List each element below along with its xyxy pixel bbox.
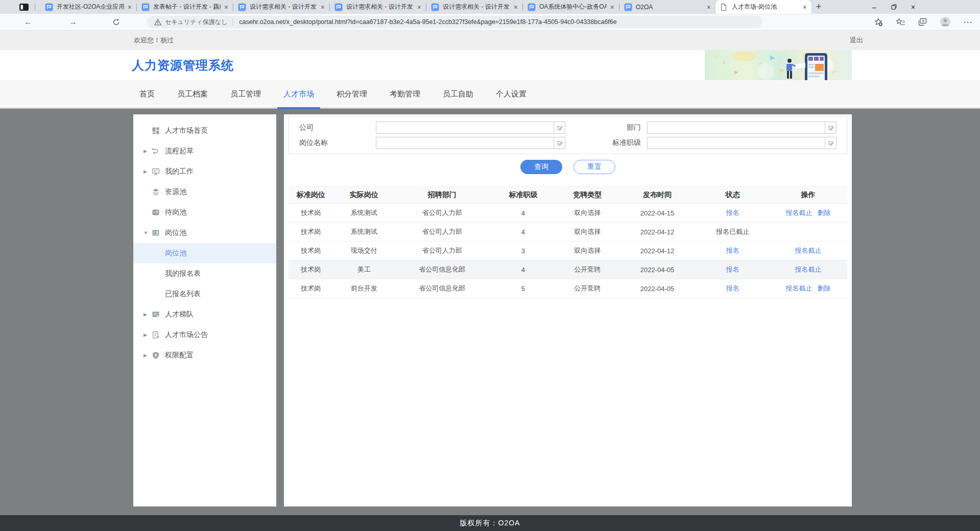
logout-link[interactable]: 退出 (850, 36, 863, 45)
nav-tab-考勤管理[interactable]: 考勤管理 (384, 80, 426, 108)
signup-link[interactable]: 报名 (726, 209, 739, 216)
collections-icon[interactable] (918, 18, 927, 26)
column-header: 标准岗位 (289, 187, 333, 204)
sidebar-item-权限配置[interactable]: ▶权限配置 (133, 345, 276, 366)
form-picker-icon[interactable] (554, 122, 565, 133)
sidebar-item-label: 人才梯队 (165, 310, 194, 319)
button-row: 查询 重置 (289, 160, 847, 174)
sidebar-item-岗位池[interactable]: ▼岗位池 (133, 223, 276, 243)
sidebar-item-label: 我的工作 (165, 167, 194, 176)
close-window-button[interactable]: × (903, 0, 923, 14)
signup-link[interactable]: 报名 (726, 247, 739, 254)
delete-link[interactable]: 删除 (817, 284, 830, 292)
sidebar-item-人才市场首页[interactable]: 人才市场首页 (133, 120, 276, 141)
table-cell: 双向选择 (557, 204, 618, 223)
search-form: 公司部门岗位名称标准职级 (289, 116, 847, 154)
delete-link[interactable]: 删除 (817, 209, 830, 216)
chevron-right-icon[interactable]: ▶ (144, 353, 152, 358)
standard-rank-field (647, 137, 836, 149)
minimize-button[interactable]: – (865, 0, 884, 14)
sidebar-item-人才市场公告[interactable]: ▶人才市场公告 (133, 325, 276, 345)
chevron-right-icon[interactable]: ▶ (144, 312, 152, 317)
company-field (376, 122, 565, 134)
browser-tab[interactable]: 发表帖子 - 设计开发 - 藕粉× (137, 0, 233, 14)
profile-avatar[interactable] (940, 16, 951, 28)
back-button[interactable]: ← (20, 17, 36, 27)
nav-tab-员工管理[interactable]: 员工管理 (224, 80, 267, 108)
table-cell: 2022-04-15 (618, 204, 696, 223)
tab-close-icon[interactable]: × (321, 4, 325, 11)
sidebar-item-我的工作[interactable]: ▶我的工作 (133, 161, 276, 182)
browser-tab[interactable]: 开发社区-O2OA企业应用开× (40, 0, 136, 14)
nav-tab-个人设置[interactable]: 个人设置 (490, 80, 533, 108)
sidebar-item-流程起草[interactable]: ▶流程起草 (133, 141, 276, 161)
add-favorite-icon[interactable] (874, 17, 883, 27)
signup-deadline-link[interactable]: 报名截止 (785, 284, 812, 292)
tab-title: 人才市场-岗位池 (732, 3, 799, 11)
nav-tab-员工自助[interactable]: 员工自助 (437, 80, 480, 108)
signup-link[interactable]: 报名 (726, 266, 739, 273)
tab-close-icon[interactable]: × (514, 4, 518, 11)
nav-tab-首页[interactable]: 首页 (133, 80, 161, 108)
nav-tab-员工档案[interactable]: 员工档案 (171, 80, 214, 108)
tab-actions-menu-button[interactable] (18, 3, 30, 12)
sidebar-item-label: 资源池 (165, 187, 186, 197)
browser-tab[interactable]: 设计需求相关 - 设计开发 -× (330, 0, 426, 14)
table-cell: 5 (490, 279, 557, 298)
signup-link[interactable]: 报名 (726, 284, 739, 292)
sidebar-item-我的报名表[interactable]: 我的报名表 (133, 263, 276, 284)
chevron-right-icon[interactable]: ▶ (144, 169, 152, 174)
restore-button[interactable] (884, 0, 903, 14)
tab-close-icon[interactable]: × (224, 4, 228, 11)
address-bar[interactable]: セキュリティ保護なし casehr.o2oa.net/x_desktop/por… (147, 16, 762, 28)
browser-tab[interactable]: O2OA× (619, 0, 715, 14)
tab-close-icon[interactable]: × (803, 4, 807, 11)
sidebar-item-label: 待岗池 (165, 208, 186, 217)
welcome-bar: 欢迎您！杨过 退出 (0, 31, 980, 50)
favorites-bar-icon[interactable] (896, 18, 905, 26)
restore-icon (891, 4, 897, 10)
tab-close-icon[interactable]: × (417, 4, 421, 11)
sidebar-item-label: 岗位池 (165, 249, 186, 258)
department-input[interactable] (647, 122, 836, 134)
nav-tab-积分管理[interactable]: 积分管理 (330, 80, 373, 108)
forward-button[interactable]: → (65, 17, 81, 27)
signup-deadline-link[interactable]: 报名截止 (785, 209, 812, 216)
browser-tab-active[interactable]: 人才市场-岗位池× (715, 0, 811, 14)
copyright-text: 版权所有：O2OA (460, 519, 520, 528)
chevron-right-icon[interactable]: ▶ (144, 149, 152, 154)
new-tab-button[interactable]: + (811, 0, 826, 14)
signup-deadline-link[interactable]: 报名截止 (795, 266, 821, 273)
position-name-input[interactable] (376, 137, 565, 149)
sidebar-item-label: 人才市场首页 (165, 126, 208, 135)
browser-tab[interactable]: 设计需求相关 - 设计开发 -× (426, 0, 522, 14)
browser-tab[interactable]: OA系统体验中心-政务OA-× (523, 0, 619, 14)
form-picker-icon[interactable] (825, 137, 836, 149)
tab-close-icon[interactable]: × (610, 4, 614, 11)
chevron-down-icon[interactable]: ▼ (144, 230, 152, 235)
query-button[interactable]: 查询 (520, 160, 562, 174)
company-input[interactable] (376, 122, 565, 134)
reload-button[interactable] (108, 18, 124, 26)
actions-cell: 报名截止删除 (769, 204, 847, 223)
sidebar-item-资源池[interactable]: 资源池 (133, 182, 276, 202)
sidebar-item-label: 人才市场公告 (165, 330, 208, 340)
sidebar-item-岗位池[interactable]: 岗位池 (133, 243, 276, 263)
form-picker-icon[interactable] (554, 137, 565, 149)
tab-close-icon[interactable]: × (128, 4, 132, 11)
browser-tab[interactable]: 设计需求相关 - 设计开发 -× (233, 0, 329, 14)
tab-close-icon[interactable]: × (707, 4, 711, 11)
tab-title: 设计需求相关 - 设计开发 - (250, 3, 317, 11)
positions-table: 标准岗位实际岗位招聘部门标准职级竞聘类型发布时间状态操作 技术岗系统测试省公司人… (289, 186, 847, 298)
standard-rank-input[interactable] (647, 137, 836, 149)
form-picker-icon[interactable] (825, 122, 836, 133)
signup-deadline-link[interactable]: 报名截止 (795, 247, 821, 254)
reset-button[interactable]: 重置 (573, 160, 615, 174)
sidebar-item-人才梯队[interactable]: ▶人才梯队 (133, 304, 276, 325)
table-cell: 2022-04-05 (618, 279, 696, 298)
sidebar-item-已报名列表[interactable]: 已报名列表 (133, 284, 276, 304)
chevron-right-icon[interactable]: ▶ (144, 332, 152, 337)
nav-tab-人才市场[interactable]: 人才市场 (277, 80, 320, 108)
settings-menu-icon[interactable]: ··· (964, 18, 973, 27)
sidebar-item-待岗池[interactable]: ?待岗池 (133, 202, 276, 223)
